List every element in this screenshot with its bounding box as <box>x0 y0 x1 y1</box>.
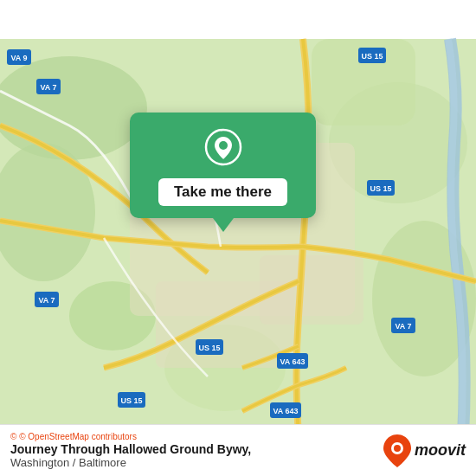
map-container: VA 9 VA 7 US 15 US 15 VA 7 US 15 VA 7 VA… <box>0 0 476 476</box>
svg-text:VA 9: VA 9 <box>10 54 27 62</box>
popup-card[interactable]: Take me there <box>130 113 316 218</box>
svg-text:VA 643: VA 643 <box>273 407 298 415</box>
svg-text:US 15: US 15 <box>370 184 391 193</box>
attribution-text: © OpenStreetMap contributors <box>19 432 137 441</box>
svg-point-34 <box>394 445 401 452</box>
svg-text:US 15: US 15 <box>120 396 142 405</box>
svg-point-32 <box>219 141 228 150</box>
svg-text:VA 7: VA 7 <box>38 296 55 305</box>
place-sub: Washington / Baltimore <box>10 456 251 469</box>
copyright-symbol: © <box>10 432 16 441</box>
moovit-text: moovit <box>415 441 466 460</box>
svg-text:VA 7: VA 7 <box>395 322 411 331</box>
location-pin-icon <box>204 128 242 166</box>
popup-label[interactable]: Take me there <box>158 178 287 206</box>
bottom-bar-info: © © OpenStreetMap contributors Journey T… <box>10 432 251 469</box>
place-name: Journey Through Hallowed Ground Bywy, <box>10 442 251 456</box>
attribution: © © OpenStreetMap contributors <box>10 432 251 441</box>
moovit-pin-icon <box>383 434 411 467</box>
svg-text:VA 643: VA 643 <box>280 357 305 366</box>
moovit-logo[interactable]: moovit <box>383 434 466 467</box>
svg-text:VA 7: VA 7 <box>40 83 56 92</box>
svg-text:US 15: US 15 <box>198 344 220 352</box>
svg-text:US 15: US 15 <box>361 52 383 61</box>
map-svg: VA 9 VA 7 US 15 US 15 VA 7 US 15 VA 7 VA… <box>0 0 476 476</box>
bottom-bar: © © OpenStreetMap contributors Journey T… <box>0 424 476 476</box>
